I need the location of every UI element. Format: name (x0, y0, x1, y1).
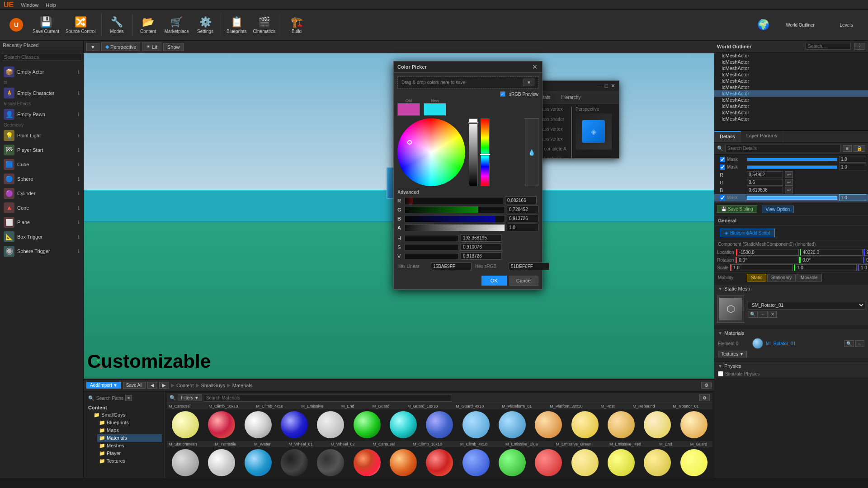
mat-rotator1[interactable] (604, 410, 639, 440)
outliner-item-3[interactable]: IcMeshActor (714, 65, 868, 71)
b-bar[interactable] (405, 215, 505, 222)
outliner-options-btn[interactable]: ⋮ (854, 43, 865, 50)
mat-em-green[interactable] (495, 448, 530, 478)
modes-btn[interactable]: 🔧 Modes (104, 12, 130, 38)
menu-window[interactable]: Window (21, 2, 38, 8)
outliner-item-6[interactable]: IcMeshActor (714, 84, 868, 90)
eyedropper-btn[interactable]: 💧 (525, 118, 538, 186)
content-btn[interactable]: 📂 Content (136, 12, 161, 38)
mat-use-icon-btn[interactable]: ← (855, 340, 864, 347)
mat-water[interactable] (241, 448, 276, 478)
mat-end2[interactable] (567, 448, 603, 478)
v-input[interactable] (461, 252, 501, 260)
outliner-item-5[interactable]: IcMeshActor (714, 78, 868, 84)
outliner-item-7[interactable]: IcMeshActor (714, 90, 868, 97)
mask-input-2[interactable] (839, 164, 866, 170)
mat-emissive[interactable] (277, 410, 312, 440)
hue-slider[interactable] (481, 118, 490, 186)
panel-item-point-light[interactable]: 💡 Point Light ℹ (0, 128, 83, 143)
save-current-btn[interactable]: 💾 Save Current (30, 12, 62, 38)
details-lock-btn[interactable]: 🔒 (854, 145, 865, 152)
mat-climb1[interactable] (204, 410, 239, 440)
h-bar[interactable] (405, 235, 459, 241)
blueprints-btn[interactable]: 📋 Blueprints (224, 12, 249, 38)
mat-climb3[interactable] (386, 448, 421, 478)
hex-srgb-input[interactable] (509, 263, 549, 270)
h-input[interactable] (461, 234, 501, 242)
tree-maps[interactable]: 📁 Maps (97, 427, 162, 434)
b-rgba-input[interactable] (507, 215, 538, 222)
color-picker-ok-btn[interactable]: OK (481, 276, 507, 286)
mat-em-red[interactable] (531, 448, 566, 478)
sm-section-header[interactable]: ▼ Static Mesh (714, 285, 868, 293)
srgb-checkbox[interactable]: ✓ (500, 91, 505, 97)
mat-window-minimize-btn[interactable]: — (597, 83, 602, 89)
b-input[interactable] (747, 187, 783, 193)
static-mesh-select[interactable]: SM_Rotator_01 (748, 301, 865, 310)
world-outliner-label[interactable]: World Outliner (773, 12, 827, 38)
scale-z-input[interactable] (858, 264, 868, 271)
mat-browse-icon-btn[interactable]: 🔍 (844, 340, 854, 347)
settings-btn[interactable]: ⚙️ Settings (193, 12, 218, 38)
marketplace-btn[interactable]: 🛒 Marketplace (162, 12, 192, 38)
mat-window-restore-btn[interactable]: □ (605, 83, 608, 89)
r-bar[interactable] (405, 197, 503, 204)
material-search-input[interactable] (204, 394, 452, 402)
loc-y-input[interactable] (800, 249, 863, 256)
drag-drop-area[interactable]: Drag & drop colors here to save ▼ (397, 76, 538, 89)
color-wheel[interactable] (397, 118, 465, 186)
mesh-clear-btn[interactable]: ✕ (769, 311, 777, 318)
color-picker-titlebar[interactable]: Color Picker ✕ (394, 61, 542, 73)
mat-guard2[interactable] (386, 410, 421, 440)
r-reset-btn[interactable]: ↩ (785, 171, 793, 178)
rot-x-input[interactable] (736, 257, 798, 263)
mat-wheel1[interactable] (277, 448, 312, 478)
g-input[interactable] (747, 179, 783, 186)
outliner-search-input[interactable] (806, 43, 851, 50)
loc-z-input[interactable] (863, 249, 868, 256)
textures-btn[interactable]: Textures ▼ (718, 351, 747, 357)
tree-smallguys[interactable]: 📁 SmallGuys (92, 411, 162, 419)
mesh-browse-btn[interactable]: 🔍 (748, 311, 758, 318)
panel-item-cylinder[interactable]: 🟣 Cylinder ℹ (0, 186, 83, 201)
breadcrumb-smallguys[interactable]: SmallGuys (201, 383, 225, 388)
mesh-use-btn[interactable]: ← (759, 311, 768, 318)
mask-input-1[interactable] (839, 156, 866, 163)
mobility-movable-btn[interactable]: Movable (797, 274, 822, 282)
mat-rotator2[interactable] (640, 410, 675, 440)
save-sibling-btn[interactable]: 💾 Save Sibling (717, 205, 757, 213)
panel-item-sphere-trigger[interactable]: 🔘 Sphere Trigger ℹ (0, 244, 83, 258)
outliner-item-8[interactable]: IcMeshActor (714, 97, 868, 103)
save-all-btn[interactable]: Save All (123, 382, 146, 389)
outliner-item-9[interactable]: IcMeshActor (714, 103, 868, 109)
viewport-options-btn[interactable]: ▼ (86, 43, 99, 51)
panel-item-plane[interactable]: ⬜ Plane ℹ (0, 215, 83, 230)
mat-guard6[interactable] (676, 448, 712, 478)
scale-y-input[interactable] (794, 264, 857, 271)
show-btn[interactable]: Show (163, 43, 184, 51)
tree-textures[interactable]: 📁 Textures (97, 457, 162, 465)
drag-drop-options-btn[interactable]: ▼ (524, 79, 534, 86)
materials-section-header[interactable]: ▼ Materials (714, 329, 868, 337)
nav-forward-btn[interactable]: ▶ (159, 382, 169, 389)
mat-window-close-btn[interactable]: ✕ (611, 83, 615, 89)
color-picker-cancel-btn[interactable]: Cancel (509, 276, 538, 286)
outliner-item-11[interactable]: IcMeshActor (714, 116, 868, 122)
mask-input-6[interactable] (839, 194, 866, 201)
source-control-btn[interactable]: 🔀 Source Control (63, 12, 99, 38)
rot-y-input[interactable] (799, 257, 862, 263)
cinematics-btn[interactable]: 🎬 Cinematics (250, 12, 278, 38)
mat-plateform[interactable] (458, 410, 494, 440)
panel-item-empty-pawn[interactable]: 👤 Empty Pawn ℹ (0, 107, 83, 122)
outliner-item-4[interactable]: IcMeshActor (714, 71, 868, 78)
outliner-item-2[interactable]: IcMeshActor (714, 59, 868, 65)
mat-guard[interactable] (349, 410, 385, 440)
scale-x-input[interactable] (730, 264, 793, 271)
tree-content-root[interactable]: Content (86, 404, 162, 411)
rot-z-input[interactable] (863, 257, 868, 263)
mask-checkbox-1[interactable] (720, 157, 725, 162)
a-bar[interactable] (405, 224, 505, 231)
r-rgba-input[interactable] (505, 197, 537, 204)
mat-guard3[interactable] (422, 410, 457, 440)
mat-carousel[interactable] (168, 410, 203, 440)
